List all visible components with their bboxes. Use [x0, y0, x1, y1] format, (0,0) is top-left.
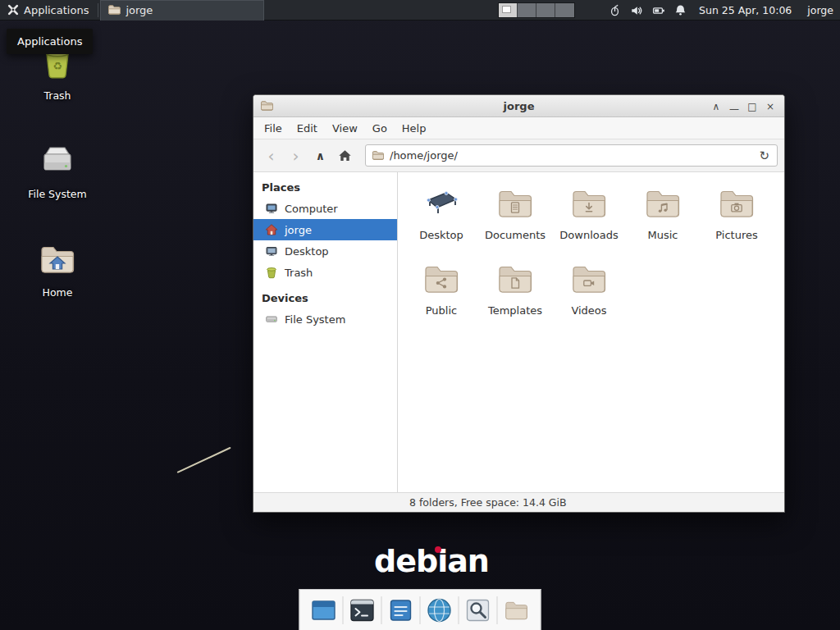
- debian-wordmark: debian: [374, 543, 489, 579]
- home-icon: [338, 148, 352, 162]
- svg-text:♻: ♻: [52, 60, 62, 72]
- reload-button[interactable]: ↻: [757, 148, 771, 163]
- home-folder-icon: [38, 240, 77, 279]
- folder-label: Public: [426, 304, 457, 317]
- menu-file[interactable]: File: [257, 119, 290, 138]
- mouse-icon[interactable]: [609, 4, 621, 16]
- applications-menu-label: Applications: [24, 4, 89, 16]
- trash-icon: [265, 266, 278, 279]
- desktop-root: Applications jorge: [0, 0, 840, 630]
- maximize-button[interactable]: □: [743, 98, 761, 116]
- sidebar-item-label: Desktop: [285, 245, 329, 258]
- battery-icon[interactable]: [652, 4, 665, 17]
- web-browser-globe-icon: [426, 596, 454, 624]
- sidebar-item-desktop[interactable]: Desktop: [253, 240, 397, 262]
- share-emblem-icon: [435, 276, 448, 290]
- folder-item-documents[interactable]: Documents: [478, 184, 552, 259]
- back-button[interactable]: ‹: [260, 144, 282, 167]
- desktop-icon-home[interactable]: Home: [18, 240, 97, 299]
- folder-item-public[interactable]: Public: [404, 259, 478, 335]
- desktop-icon-filesystem[interactable]: File System: [18, 141, 97, 200]
- sidebar-places-header: Places: [253, 177, 397, 198]
- window-body: Places Computer jorge: [253, 172, 784, 492]
- taskbar-window-button[interactable]: jorge: [100, 0, 264, 21]
- menubar: File Edit View Go Help: [253, 117, 784, 139]
- location-bar[interactable]: ↻: [365, 144, 778, 167]
- desktop-icon-label: Trash: [18, 89, 97, 102]
- workspace-3[interactable]: [536, 3, 555, 17]
- system-tray: Sun 25 Apr, 10:06 jorge: [609, 0, 840, 21]
- folder-item-desktop[interactable]: Desktop: [404, 184, 478, 259]
- folder-label: Templates: [488, 304, 542, 317]
- folder-item-templates[interactable]: Templates: [478, 259, 552, 335]
- desktop-icon-label: Home: [18, 286, 97, 299]
- location-input[interactable]: [390, 149, 751, 162]
- file-manager-window: jorge ∧ — □ × File Edit View Go Help ‹ ›…: [253, 94, 785, 513]
- download-emblem-icon: [582, 201, 596, 214]
- sidebar-item-jorge[interactable]: jorge: [253, 219, 397, 240]
- bottom-dock: [299, 589, 541, 630]
- folder-label: Documents: [485, 229, 546, 241]
- workspace-4[interactable]: [555, 3, 574, 17]
- text-editor-icon: [387, 596, 415, 624]
- folder-item-downloads[interactable]: Downloads: [552, 184, 626, 259]
- volume-icon[interactable]: [630, 4, 643, 17]
- window-titlebar[interactable]: jorge ∧ — □ ×: [253, 95, 784, 117]
- applications-menu-button[interactable]: Applications: [0, 0, 96, 21]
- forward-button[interactable]: ›: [285, 144, 307, 167]
- desktop-icon: [265, 244, 278, 258]
- user-home-icon: [265, 223, 278, 236]
- menu-go[interactable]: Go: [365, 119, 395, 138]
- dock-launcher-text-editor[interactable]: [382, 592, 420, 628]
- toolbar: ‹ › ∧ ↻: [253, 139, 784, 172]
- template-emblem-icon: [509, 276, 522, 290]
- top-panel: Applications jorge: [0, 0, 840, 21]
- dock-launcher-show-desktop[interactable]: [305, 592, 343, 628]
- sidebar-item-label: File System: [285, 313, 345, 326]
- file-grid: Desktop Documents: [398, 172, 784, 492]
- menu-edit[interactable]: Edit: [290, 119, 325, 138]
- folder-label: Videos: [571, 304, 606, 317]
- dock-launcher-terminal[interactable]: [344, 592, 381, 628]
- minimize-button[interactable]: —: [725, 98, 743, 116]
- drive-icon: [38, 141, 77, 180]
- notifications-bell-icon[interactable]: [674, 4, 687, 16]
- workspace-1[interactable]: [499, 3, 518, 17]
- sidebar-item-trash[interactable]: Trash: [253, 262, 397, 283]
- drive-icon: [265, 313, 278, 326]
- dock-launcher-web-browser[interactable]: [421, 592, 459, 628]
- dock-launcher-app-finder[interactable]: [459, 592, 497, 628]
- documents-emblem-icon: [509, 201, 522, 214]
- taskbar-window-label: jorge: [126, 4, 153, 16]
- folder-item-music[interactable]: Music: [626, 184, 700, 259]
- applications-tooltip: Applications: [7, 29, 93, 54]
- app-finder-icon: [464, 596, 492, 624]
- dock-launcher-file-manager[interactable]: [498, 592, 536, 628]
- sidebar-item-label: Trash: [285, 267, 313, 279]
- up-button[interactable]: ∧: [309, 144, 331, 167]
- close-button[interactable]: ×: [761, 98, 779, 116]
- terminal-icon: [349, 596, 377, 624]
- menu-view[interactable]: View: [325, 119, 365, 138]
- home-button[interactable]: [334, 144, 356, 167]
- workspace-2[interactable]: [518, 3, 536, 17]
- music-emblem-icon: [656, 201, 669, 214]
- desktop-special-icon: [422, 184, 461, 223]
- sidebar-item-filesystem[interactable]: File System: [253, 308, 397, 330]
- show-desktop-icon: [310, 596, 338, 624]
- folder-item-pictures[interactable]: Pictures: [700, 184, 774, 259]
- sidebar-item-label: jorge: [285, 224, 312, 236]
- folder-label: Pictures: [715, 229, 757, 241]
- file-manager-folder-icon: [504, 597, 530, 623]
- folder-item-videos[interactable]: Videos: [552, 259, 626, 335]
- shade-button[interactable]: ∧: [707, 98, 725, 116]
- window-title: jorge: [253, 100, 784, 112]
- sidebar-item-computer[interactable]: Computer: [253, 198, 397, 219]
- folder-icon: [372, 149, 384, 162]
- panel-clock[interactable]: Sun 25 Apr, 10:06: [699, 4, 792, 16]
- folder-icon: [107, 3, 121, 16]
- menu-help[interactable]: Help: [395, 119, 434, 138]
- statusbar: 8 folders, Free space: 14.4 GiB: [253, 492, 784, 512]
- sidebar-item-label: Computer: [285, 203, 338, 215]
- debian-red-dot: [435, 546, 441, 553]
